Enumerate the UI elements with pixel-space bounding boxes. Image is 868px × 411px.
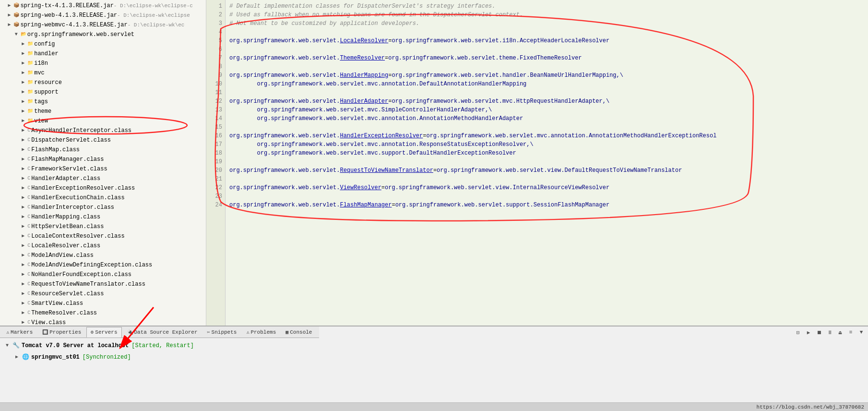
line-number-9: 9 <box>209 71 222 80</box>
tree-item-HandlerExecutionChain[interactable]: ▶CHandlerExecutionChain.class <box>0 193 206 203</box>
tree-label: org.springframework.web.servlet <box>27 30 134 39</box>
tab-icon-console: ▦ <box>285 329 288 335</box>
tree-item-ResourceServlet[interactable]: ▶CResourceServlet.class <box>0 289 206 299</box>
tree-label: RequestToViewNameTranslator.class <box>31 280 145 289</box>
tree-item-support[interactable]: ▶📁support <box>0 87 206 97</box>
line-number-3: 3 <box>209 19 222 28</box>
tree-item-FlashMap[interactable]: ▶CFlashMap.class <box>0 145 206 155</box>
code-line-6 <box>229 45 864 54</box>
tree-label: HandlerMapping.class <box>31 213 100 221</box>
code-line-13: org.springframework.web.servlet.mvc.Simp… <box>229 106 864 114</box>
line-number-18: 18 <box>209 149 222 157</box>
tree-item-spring-tx[interactable]: ▶📦spring-tx-4.1.3.RELEASE.jar - D:\eclip… <box>0 1 206 11</box>
tree-label: View.class <box>31 318 66 326</box>
server-child-springmvc_st01[interactable]: ▶🌐springmvc_st01[Synchronized] <box>13 351 864 363</box>
tree-item-LocaleContextResolver[interactable]: ▶CLocaleContextResolver.class <box>0 231 206 241</box>
tree-label: HandlerAdapter.class <box>31 174 100 183</box>
tab-label-console: Console <box>290 329 312 335</box>
tree-item-DispatcherServlet[interactable]: ▶CDispatcherServlet.class <box>0 135 206 145</box>
tree-item-LocaleResolver[interactable]: ▶CLocaleResolver.class <box>0 241 206 251</box>
line-number-8: 8 <box>209 62 222 71</box>
tree-item-mvc[interactable]: ▶📁mvc <box>0 68 206 78</box>
code-line-16: org.springframework.web.servlet.HandlerE… <box>229 132 864 140</box>
tree-item-FlashMapManager[interactable]: ▶CFlashMapManager.class <box>0 155 206 164</box>
tree-item-AsyncHandlerInterceptor[interactable]: ▶CAsyncHandlerInterceptor.class <box>0 126 206 135</box>
tree-item-HttpServletBean[interactable]: ▶CHttpServletBean.class <box>0 222 206 231</box>
tree-label: ModelAndViewDefiningException.class <box>31 261 152 269</box>
tab-problems[interactable]: ⚠Problems <box>242 327 280 338</box>
server-item-tomcat[interactable]: ▼🔧Tomcat v7.0 Server at localhost[Starte… <box>4 340 864 363</box>
line-number-15: 15 <box>209 123 222 132</box>
tree-label: mvc <box>34 69 45 77</box>
line-number-4: 4 <box>209 28 222 36</box>
line-number-16: 16 <box>209 132 222 140</box>
tree-item-ModelAndViewDefiningException[interactable]: ▶CModelAndViewDefiningException.class <box>0 260 206 270</box>
tree-label: config <box>34 40 55 48</box>
tree-label: FlashMap.class <box>31 145 80 154</box>
line-number-6: 6 <box>209 45 222 54</box>
bottom-panel: ⚠Markers🔲Properties⚙Servers🔌Data Source … <box>0 326 868 402</box>
bottom-panel-wrapper: ⚠Markers🔲Properties⚙Servers🔌Data Source … <box>0 326 868 402</box>
tree-label: i18n <box>34 59 48 68</box>
tree-item-SmartView[interactable]: ▶CSmartView.class <box>0 299 206 308</box>
tree-item-view[interactable]: ▶📁view <box>0 116 206 126</box>
tree-item-HandlerExceptionResolver[interactable]: ▶CHandlerExceptionResolver.class <box>0 183 206 193</box>
tab-datasource[interactable]: 🔌Data Source Explorer <box>123 327 202 338</box>
tab-label-markers: Markers <box>11 329 33 335</box>
code-line-8 <box>229 62 864 71</box>
tree-item-org-pkg[interactable]: ▼📂org.springframework.web.servlet <box>0 30 206 39</box>
tree-item-FrameworkServlet[interactable]: ▶CFrameworkServlet.class <box>0 164 206 174</box>
tree-item-ModelAndView[interactable]: ▶CModelAndView.class <box>0 251 206 260</box>
tree-label: view <box>34 117 48 125</box>
tree-item-HandlerMapping[interactable]: ▶CHandlerMapping.class <box>0 212 206 222</box>
line-number-17: 17 <box>209 140 222 149</box>
tab-servers[interactable]: ⚙Servers <box>86 327 121 338</box>
toolbar-btn-0[interactable]: ⊡ <box>793 327 803 337</box>
code-line-5: org.springframework.web.servlet.LocaleRe… <box>229 36 864 45</box>
child-arrow: ▶ <box>15 352 22 362</box>
tab-console[interactable]: ▦Console <box>281 327 316 338</box>
tree-item-ThemeResolver[interactable]: ▶CThemeResolver.class <box>0 308 206 318</box>
line-number-14: 14 <box>209 114 222 123</box>
tree-item-theme[interactable]: ▶📁theme <box>0 107 206 116</box>
line-number-20: 20 <box>209 166 222 175</box>
tree-item-tags[interactable]: ▶📁tags <box>0 97 206 107</box>
toolbar-btn-4[interactable]: ⏏ <box>835 327 845 337</box>
tab-label-servers: Servers <box>95 329 117 335</box>
tab-icon-servers: ⚙ <box>91 329 94 335</box>
code-line-12: org.springframework.web.servlet.HandlerA… <box>229 97 864 106</box>
tab-markers[interactable]: ⚠Markers <box>2 327 37 338</box>
tree-label: FrameworkServlet.class <box>31 165 107 173</box>
code-line-22: org.springframework.web.servlet.ViewReso… <box>229 183 864 192</box>
tree-label: FlashMapManager.class <box>31 155 104 164</box>
tree-item-resource[interactable]: ▶📁resource <box>0 78 206 87</box>
tree-label: handler <box>34 49 58 58</box>
tree-item-HandlerAdapter[interactable]: ▶CHandlerAdapter.class <box>0 174 206 183</box>
tree-item-handler[interactable]: ▶📁handler <box>0 49 206 59</box>
toolbar-btn-2[interactable]: ⏹ <box>814 327 824 337</box>
tree-item-config[interactable]: ▶📁config <box>0 39 206 49</box>
toolbar-btn-3[interactable]: ⏸ <box>825 327 834 337</box>
tree-item-i18n[interactable]: ▶📁i18n <box>0 59 206 68</box>
tree-label: ThemeResolver.class <box>31 309 97 317</box>
tree-item-HandlerInterceptor[interactable]: ▶CHandlerInterceptor.class <box>0 203 206 212</box>
server-icon: 🔧 <box>12 341 20 351</box>
tree-label: tags <box>34 97 48 106</box>
tree-item-spring-webmvc[interactable]: ▶📦spring-webmvc-4.1.3.RELEASE.jar - D:\e… <box>0 20 206 30</box>
tree-item-View[interactable]: ▶CView.class <box>0 318 206 326</box>
tab-label-problems: Problems <box>250 329 276 335</box>
child-icon: 🌐 <box>22 352 29 362</box>
tree-item-NoHandlerFoundException[interactable]: ▶CNoHandlerFoundException.class <box>0 270 206 279</box>
code-line-11 <box>229 88 864 97</box>
server-row-tomcat[interactable]: ▼🔧Tomcat v7.0 Server at localhost[Starte… <box>4 340 864 351</box>
toolbar-btn-6[interactable]: ▼ <box>856 327 866 337</box>
tree-item-RequestToViewNameTranslator[interactable]: ▶CRequestToViewNameTranslator.class <box>0 279 206 289</box>
line-number-10: 10 <box>209 80 222 88</box>
toolbar-btn-1[interactable]: ▶ <box>804 327 813 337</box>
toolbar-btn-5[interactable]: ≡ <box>846 327 856 337</box>
code-line-14: org.springframework.web.servlet.mvc.anno… <box>229 114 864 123</box>
tab-snippets[interactable]: ✂Snippets <box>203 327 241 338</box>
tab-properties[interactable]: 🔲Properties <box>38 327 85 338</box>
tree-item-spring-web[interactable]: ▶📦spring-web-4.1.3.RELEASE.jar - D:\ecli… <box>0 11 206 20</box>
code-line-17: org.springframework.web.servlet.mvc.anno… <box>229 140 864 149</box>
